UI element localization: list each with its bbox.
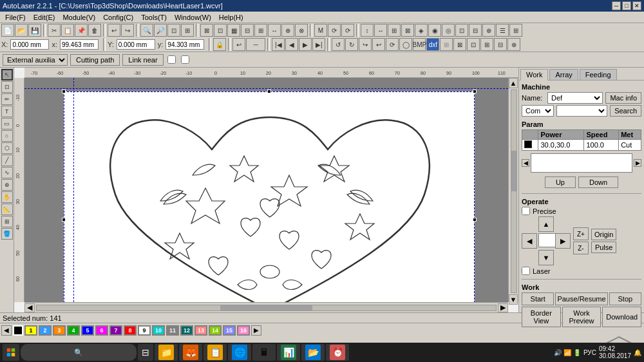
paste-button[interactable]: 📌 bbox=[75, 24, 88, 37]
stop-btn[interactable]: Stop bbox=[609, 292, 641, 305]
z-minus-btn[interactable]: Z- bbox=[573, 242, 589, 254]
tool-c1[interactable]: M bbox=[314, 24, 327, 37]
tool-b4[interactable]: ⊟ bbox=[241, 24, 254, 37]
tool-c3[interactable]: ⟳ bbox=[341, 24, 354, 37]
scrollbar-vertical[interactable]: ▲ ▼ bbox=[508, 78, 518, 302]
tool-d2[interactable]: ↔ bbox=[374, 24, 387, 37]
measure-tool[interactable]: 📐 bbox=[1, 204, 13, 215]
x-input[interactable] bbox=[10, 39, 49, 50]
canvas-content[interactable] bbox=[24, 78, 508, 302]
layer-item-8[interactable]: 8 bbox=[124, 325, 137, 336]
redo-button[interactable]: ↪ bbox=[121, 24, 134, 37]
work-preview-btn[interactable]: Work Preview bbox=[562, 307, 601, 327]
maximize-button[interactable]: □ bbox=[622, 1, 631, 10]
tool-d7[interactable]: ◎ bbox=[442, 24, 455, 37]
layer-item-3[interactable]: 3 bbox=[53, 325, 66, 336]
minimize-button[interactable]: ─ bbox=[612, 1, 621, 10]
scrollbar-track-v[interactable] bbox=[511, 90, 517, 293]
external-aux-select[interactable]: External auxilia bbox=[3, 54, 68, 66]
z-plus-btn[interactable]: Z+ bbox=[573, 227, 589, 240]
layer-scroll-area[interactable] bbox=[531, 153, 632, 173]
machine-name-select[interactable]: Def bbox=[547, 92, 603, 104]
fill-tool[interactable]: 🪣 bbox=[1, 228, 13, 240]
layer-item-9[interactable]: 9 bbox=[138, 325, 151, 336]
tool-e2[interactable]: ─ bbox=[246, 38, 265, 51]
open-button[interactable]: 📂 bbox=[15, 24, 28, 37]
scrollbar-thumb-v[interactable] bbox=[511, 151, 516, 191]
text-tool[interactable]: T bbox=[1, 106, 13, 117]
tool-g3[interactable]: ↪ bbox=[359, 38, 372, 51]
scroll-down-btn[interactable]: ▼ bbox=[509, 294, 518, 305]
y-input[interactable] bbox=[117, 39, 155, 50]
search-btn[interactable]: Search bbox=[610, 105, 641, 117]
scroll-up-btn[interactable]: ▲ bbox=[509, 78, 518, 88]
tool-g6[interactable]: ◯ bbox=[399, 38, 412, 51]
precise-checkbox[interactable] bbox=[522, 207, 530, 215]
layer-item-14[interactable]: 14 bbox=[209, 325, 222, 336]
tool-g8[interactable]: dxf bbox=[426, 38, 439, 51]
taskbar-app2-btn[interactable]: 📋 bbox=[204, 344, 227, 361]
tool-d12[interactable]: ⊞ bbox=[509, 24, 522, 37]
zoom-out-button[interactable]: 🔎 bbox=[154, 24, 167, 37]
menu-module[interactable]: Module(V) bbox=[59, 13, 99, 22]
cut-button[interactable]: ✂ bbox=[48, 24, 61, 37]
bezier-tool[interactable]: ∿ bbox=[1, 167, 13, 178]
layer-item-11[interactable]: 11 bbox=[166, 325, 179, 336]
tool-g7[interactable]: BMP bbox=[413, 38, 426, 51]
download-btn[interactable]: Download bbox=[602, 307, 641, 327]
tool-f3[interactable]: ▶ bbox=[299, 38, 312, 51]
tool-d5[interactable]: ◈ bbox=[415, 24, 428, 37]
tool-d11[interactable]: ☰ bbox=[496, 24, 509, 37]
taskbar-excel-btn[interactable]: 📊 bbox=[277, 344, 300, 361]
scroll-left-btn[interactable]: ◀ bbox=[522, 159, 529, 167]
layer-item-16[interactable]: 16 bbox=[237, 325, 250, 336]
zoom-select-button[interactable]: ⊞ bbox=[181, 24, 194, 37]
taskbar-explorer-btn[interactable]: 📁 bbox=[155, 344, 178, 361]
tool-g5[interactable]: ⟳ bbox=[386, 38, 399, 51]
select-tool[interactable]: ↖ bbox=[1, 69, 13, 81]
tool-d10[interactable]: ⊕ bbox=[482, 24, 495, 37]
move-right-btn[interactable]: ▶ bbox=[555, 233, 571, 249]
layer-item-15[interactable]: 15 bbox=[223, 325, 236, 336]
start-btn[interactable]: Start bbox=[522, 292, 554, 305]
tool-g10[interactable]: ⊠ bbox=[453, 38, 466, 51]
layer-item-5[interactable]: 5 bbox=[81, 325, 94, 336]
scrollbar-thumb-h[interactable] bbox=[220, 305, 312, 310]
com-select[interactable]: Com bbox=[522, 105, 554, 117]
tool-d4[interactable]: ⊠ bbox=[401, 24, 414, 37]
tool-e1[interactable]: ↩ bbox=[232, 38, 245, 51]
tool-g2[interactable]: ↻ bbox=[345, 38, 358, 51]
layer-item-7[interactable]: 7 bbox=[109, 325, 122, 336]
checkbox-1[interactable] bbox=[167, 55, 176, 64]
layer-item-12[interactable]: 12 bbox=[180, 325, 193, 336]
tool-d6[interactable]: ◉ bbox=[428, 24, 441, 37]
zoom-fit-button[interactable]: ⊡ bbox=[167, 24, 180, 37]
grid-tool[interactable]: ⊞ bbox=[1, 216, 13, 227]
layer-item-4[interactable]: 4 bbox=[67, 325, 80, 336]
tool-g13[interactable]: ⊟ bbox=[494, 38, 507, 51]
tool-g14[interactable]: ⊕ bbox=[507, 38, 520, 51]
close-button[interactable]: ✕ bbox=[632, 1, 641, 10]
hand-tool[interactable]: ✋ bbox=[1, 191, 13, 203]
origin-btn[interactable]: Origin bbox=[591, 229, 616, 240]
move-left-btn[interactable]: ◀ bbox=[522, 233, 537, 249]
pen-tool[interactable]: ✏ bbox=[1, 93, 13, 105]
layer-item-13[interactable]: 13 bbox=[194, 325, 207, 336]
layer-item-10[interactable]: 10 bbox=[152, 325, 165, 336]
menu-edit[interactable]: Edit(E) bbox=[30, 13, 59, 22]
link-near-btn[interactable]: Link near bbox=[122, 54, 163, 66]
scrollbar-horizontal[interactable]: ◀ ▶ bbox=[24, 302, 508, 312]
tool-b2[interactable]: ⊡ bbox=[214, 24, 227, 37]
scroll-right-btn[interactable]: ▶ bbox=[634, 159, 641, 167]
tool-f4[interactable]: ▶| bbox=[312, 38, 325, 51]
tab-array[interactable]: Array bbox=[549, 69, 578, 80]
taskbar-app3-btn[interactable]: 🌐 bbox=[228, 344, 251, 361]
menu-config[interactable]: Config(C) bbox=[99, 13, 137, 22]
tab-work[interactable]: Work bbox=[520, 69, 548, 81]
tool-b7[interactable]: ⊕ bbox=[281, 24, 294, 37]
ellipse-tool[interactable]: ○ bbox=[1, 130, 13, 142]
tool-d8[interactable]: ⊡ bbox=[455, 24, 468, 37]
pause-resume-btn[interactable]: Pause/Resume bbox=[555, 292, 607, 305]
scroll-right-btn[interactable]: ▶ bbox=[498, 303, 508, 312]
move-up-btn[interactable]: ▲ bbox=[538, 216, 554, 232]
